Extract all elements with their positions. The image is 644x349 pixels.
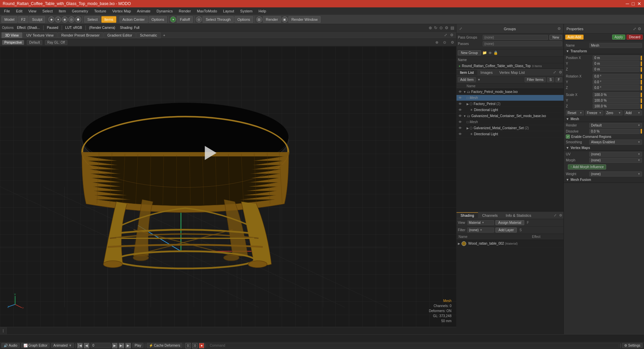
position-y-slider[interactable] bbox=[641, 61, 642, 66]
ray-gl-button[interactable]: Ray GL: Off bbox=[45, 40, 67, 45]
action-center-button[interactable]: Action Center bbox=[119, 16, 148, 23]
cache-deformers-button[interactable]: ⚡ Cache Deformers bbox=[147, 343, 182, 348]
f2-button[interactable]: F2 bbox=[18, 16, 29, 23]
pass-new-button[interactable]: New bbox=[549, 35, 562, 40]
vp-opt-icon-1[interactable]: ⊕ bbox=[435, 40, 438, 45]
items-button[interactable]: Items bbox=[101, 16, 116, 23]
tab-info-stats[interactable]: Info & Statistics bbox=[502, 213, 535, 218]
enable-cmd-checkbox[interactable]: ✓ bbox=[566, 135, 570, 139]
settings-button[interactable]: ⚙ Settings bbox=[622, 343, 643, 348]
mesh-fusion-section-header[interactable]: ▼ Mesh Fusion bbox=[564, 177, 644, 183]
select-through-button[interactable]: Select Through bbox=[203, 16, 233, 23]
filter-s-button[interactable]: S bbox=[547, 77, 554, 82]
add-layer-button[interactable]: Add Layer bbox=[495, 228, 517, 233]
weight-dropdown[interactable]: (none) ▼ bbox=[589, 171, 642, 177]
eye-icon[interactable]: 👁 bbox=[458, 120, 463, 124]
go-to-end-button[interactable]: ▶| bbox=[119, 343, 124, 348]
add-morph-influence-button[interactable]: + Add Morph Influence bbox=[568, 164, 606, 169]
scale-z-slider[interactable] bbox=[641, 104, 642, 109]
record-btn-3[interactable]: ● bbox=[199, 343, 204, 348]
sculpt-button[interactable]: Sculpt bbox=[29, 16, 46, 23]
list-item[interactable]: 👁 □ Mesh bbox=[457, 95, 564, 101]
filter-f-button[interactable]: F bbox=[555, 77, 562, 82]
vp-ctrl-icon-4[interactable]: ⚙ bbox=[445, 26, 448, 30]
list-item[interactable]: 👁 □ Mesh bbox=[457, 119, 564, 125]
audio-button[interactable]: 🔊 Audio bbox=[1, 343, 20, 348]
vp-opt-icon-3[interactable]: ⚙ bbox=[451, 40, 454, 45]
add-tab-button[interactable]: + bbox=[161, 33, 167, 38]
animated-button[interactable]: Animated ▼ bbox=[51, 343, 74, 348]
collapse-arrow[interactable]: ▼ bbox=[463, 90, 466, 94]
render-button[interactable]: Render bbox=[263, 16, 281, 23]
reset-dropdown[interactable]: Reset ▼ bbox=[566, 110, 584, 115]
tab-3d-view[interactable]: 3D View bbox=[1, 32, 22, 38]
menu-edit[interactable]: Edit bbox=[13, 8, 25, 14]
transform-section-header[interactable]: ▼ Transform bbox=[564, 48, 644, 54]
tab-render-preset[interactable]: Render Preset Browser bbox=[58, 32, 103, 38]
tab-vertex-map-list[interactable]: Vertex Map List bbox=[496, 70, 528, 75]
collapse-arrow[interactable]: ▼ bbox=[463, 114, 466, 118]
position-z-slider[interactable] bbox=[641, 67, 642, 72]
scale-z-input[interactable] bbox=[593, 104, 640, 109]
scale-x-slider[interactable] bbox=[641, 93, 642, 97]
dissolve-input[interactable] bbox=[589, 129, 640, 134]
rotation-y-input[interactable] bbox=[593, 80, 640, 85]
apply-button[interactable]: Apply bbox=[612, 35, 625, 40]
options2-button[interactable]: Options bbox=[234, 16, 253, 23]
group-icon-2[interactable]: 👁 bbox=[488, 51, 492, 55]
tool-icon-4[interactable]: ◎ bbox=[68, 16, 74, 22]
render-dropdown[interactable]: Default ▼ bbox=[589, 123, 642, 128]
auto-add-button[interactable]: Auto Add bbox=[565, 35, 584, 40]
command-prompt[interactable]: Command bbox=[210, 344, 225, 347]
eye-icon[interactable]: 👁 bbox=[458, 132, 463, 137]
menu-texture[interactable]: Texture bbox=[92, 8, 109, 14]
select-through-icon[interactable]: ◎ bbox=[196, 16, 202, 22]
rotation-z-input[interactable] bbox=[593, 85, 640, 90]
expand-arrow[interactable]: ▶ bbox=[467, 102, 469, 106]
tab-schematic[interactable]: Schematic bbox=[136, 32, 161, 38]
groups-expand-icon[interactable]: ⤢ bbox=[459, 27, 462, 31]
props-settings-icon[interactable]: ⚙ bbox=[638, 27, 641, 31]
vp-ctrl-icon-5[interactable]: ▤ bbox=[450, 26, 454, 30]
position-z-input[interactable] bbox=[593, 67, 640, 72]
vp-opt-icon-2[interactable]: ⊙ bbox=[443, 40, 446, 45]
menu-view[interactable]: View bbox=[26, 8, 39, 14]
menu-geometry[interactable]: Geometry bbox=[69, 8, 91, 14]
position-x-input[interactable] bbox=[593, 55, 640, 60]
rotation-y-slider[interactable] bbox=[641, 80, 642, 85]
model-button[interactable]: Model bbox=[1, 16, 17, 23]
next-frame-button[interactable]: ▶ bbox=[112, 343, 117, 348]
eye-icon[interactable]: 👁 bbox=[458, 102, 463, 106]
filter-dropdown[interactable]: (none) ▼ bbox=[467, 228, 494, 233]
menu-maxtomodo[interactable]: MaxToModo bbox=[194, 8, 220, 14]
group-icon-3[interactable]: 🔒 bbox=[493, 51, 498, 55]
list-item[interactable]: 👁 ▶ ⬡ Galvanized_Metal_Container_Set (2) bbox=[457, 125, 564, 131]
dissolve-slider[interactable] bbox=[641, 129, 642, 134]
rotation-z-slider[interactable] bbox=[641, 86, 642, 90]
menu-render[interactable]: Render bbox=[176, 8, 194, 14]
tab-uv-texture[interactable]: UV Texture View bbox=[23, 32, 57, 38]
falloff-button[interactable]: Falloff bbox=[177, 16, 193, 23]
list-item[interactable]: 👁 ▼ 🗂 Factory_Petrol_modo_base.lxo bbox=[457, 89, 564, 95]
groups-settings-icon[interactable]: ⚙ bbox=[557, 27, 561, 31]
assign-material-button[interactable]: Assign Material bbox=[495, 220, 524, 225]
list-item[interactable]: 👁 ☀ Directional Light bbox=[457, 131, 564, 137]
zero-dropdown[interactable]: Zero ▼ bbox=[605, 110, 623, 115]
freeze-dropdown[interactable]: Freeze ▼ bbox=[585, 110, 603, 115]
shading-expand-icon[interactable]: ⤢ bbox=[552, 213, 558, 217]
eye-icon[interactable]: 👁 bbox=[458, 90, 463, 94]
eye-icon[interactable]: 👁 bbox=[458, 108, 463, 112]
new-group-button[interactable]: New Group bbox=[458, 50, 481, 55]
vp-ctrl-icon-2[interactable]: ↻ bbox=[434, 26, 437, 30]
shading-settings-icon[interactable]: ⚙ bbox=[558, 213, 564, 217]
rotation-x-slider[interactable] bbox=[641, 74, 642, 79]
tool-icon-5[interactable]: ⬟ bbox=[75, 16, 81, 22]
falloff-icon[interactable]: ● bbox=[170, 16, 176, 22]
tool-icon-1[interactable]: ◆ bbox=[48, 16, 54, 22]
scale-x-input[interactable] bbox=[593, 92, 640, 97]
options-button[interactable]: Options bbox=[149, 16, 167, 23]
morph-dropdown[interactable]: (none) ▼ bbox=[589, 158, 642, 163]
scale-y-slider[interactable] bbox=[641, 98, 642, 103]
graph-editor-button[interactable]: 📈 Graph Editor bbox=[21, 343, 50, 348]
add-item-arrow[interactable]: ▼ bbox=[477, 78, 481, 82]
